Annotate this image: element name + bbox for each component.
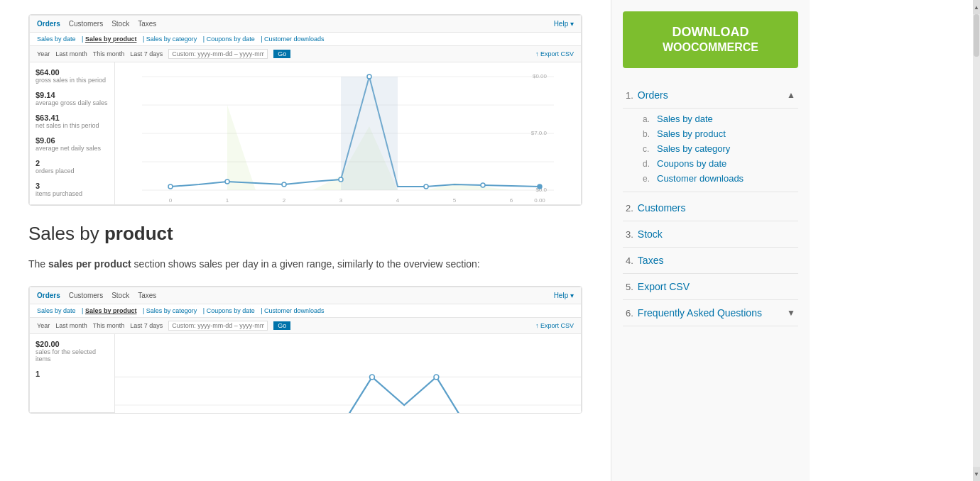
subnav-sales-by-date[interactable]: Sales by date bbox=[37, 35, 76, 43]
export-csv-button[interactable]: ↑ Export CSV bbox=[535, 50, 574, 57]
section-text: The sales per product section shows sale… bbox=[28, 256, 582, 272]
svg-text:0.00: 0.00 bbox=[534, 197, 545, 204]
tab-orders-2[interactable]: Orders bbox=[37, 292, 60, 299]
screenshot-1: Orders Customers Stock Taxes Help ▾ Sale… bbox=[28, 14, 582, 206]
report-tabs-2: Orders Customers Stock Taxes bbox=[37, 292, 156, 299]
toc-subitems-orders: a. Sales by date b. Sales by product c. … bbox=[623, 109, 798, 192]
svg-point-29 bbox=[370, 375, 375, 380]
toc-subitem-sales-by-date[interactable]: a. Sales by date bbox=[643, 111, 798, 126]
subnav2-sales-by-date[interactable]: Sales by date bbox=[37, 307, 76, 314]
stat-gross-sales: $64.00 gross sales in this period bbox=[36, 68, 109, 84]
svg-point-15 bbox=[424, 184, 428, 189]
filter-year[interactable]: Year bbox=[37, 50, 50, 57]
screenshot-2: Orders Customers Stock Taxes Help ▾ Sale… bbox=[28, 286, 582, 414]
svg-point-14 bbox=[367, 74, 371, 79]
help-button-2[interactable]: Help ▾ bbox=[554, 292, 574, 299]
stat-count: 1 bbox=[36, 370, 109, 378]
filter-this-month[interactable]: This month bbox=[93, 50, 125, 57]
report-stats: $64.00 gross sales in this period $9.14 … bbox=[30, 62, 115, 204]
scrollbar-up-arrow[interactable]: ▲ bbox=[973, 0, 980, 14]
download-woocommerce-button[interactable]: DOWNLOAD WOOCOMMERCE bbox=[623, 11, 798, 68]
toc-subitem-sales-by-category[interactable]: c. Sales by category bbox=[643, 141, 798, 156]
filter-this-month-2[interactable]: This month bbox=[93, 322, 125, 329]
subnav2-coupons-by-date[interactable]: Coupons by date bbox=[207, 307, 255, 314]
chart-svg-2 bbox=[115, 334, 581, 414]
stat-sales-selected: $20.00 sales for the selected items bbox=[36, 340, 109, 363]
filter-go-button-2[interactable]: Go bbox=[273, 321, 290, 330]
tab-orders[interactable]: Orders bbox=[37, 20, 60, 28]
subnav2-customer-downloads[interactable]: Customer downloads bbox=[264, 307, 325, 314]
svg-text:3: 3 bbox=[339, 197, 343, 204]
report-chart-1: $0.00 $7.0.0 $0.0 bbox=[115, 62, 581, 204]
toc-item-orders[interactable]: 1. Orders ▲ bbox=[623, 82, 798, 109]
toc-item-faq[interactable]: 6. Frequently Asked Questions ▼ bbox=[623, 300, 798, 326]
tab-taxes-2[interactable]: Taxes bbox=[138, 292, 156, 299]
svg-text:0: 0 bbox=[169, 197, 173, 204]
tab-customers-2[interactable]: Customers bbox=[69, 292, 103, 299]
filter-last-7-days[interactable]: Last 7 days bbox=[130, 50, 163, 57]
help-button[interactable]: Help ▾ bbox=[554, 20, 574, 28]
tab-customers[interactable]: Customers bbox=[69, 20, 103, 28]
stat-items: 3 items purchased bbox=[36, 182, 109, 197]
stat-refunded: $0.00 refunded 0 orders (0 items) bbox=[36, 204, 109, 206]
chart-svg-1: $0.00 $7.0.0 $0.0 bbox=[115, 62, 581, 204]
subnav-sales-by-category[interactable]: Sales by category bbox=[146, 35, 197, 43]
report-filters-2: Year Last month This month Last 7 days G… bbox=[30, 318, 581, 334]
stat-avg-gross-daily: $9.14 average gross daily sales bbox=[36, 91, 109, 106]
svg-point-30 bbox=[434, 375, 439, 380]
filter-date-range-2[interactable] bbox=[168, 321, 268, 331]
subnav-customer-downloads[interactable]: Customer downloads bbox=[264, 35, 325, 43]
chevron-faq-icon: ▼ bbox=[787, 308, 795, 318]
svg-text:4: 4 bbox=[396, 197, 400, 204]
filter-date-range[interactable] bbox=[168, 49, 268, 59]
export-csv-button-2[interactable]: ↑ Export CSV bbox=[535, 322, 574, 329]
tab-stock[interactable]: Stock bbox=[111, 20, 129, 28]
svg-point-13 bbox=[339, 177, 343, 182]
report-stats-2: $20.00 sales for the selected items 1 bbox=[30, 334, 115, 412]
table-of-contents: 1. Orders ▲ a. Sales by date b. Sales by… bbox=[623, 82, 798, 326]
toc-item-export-csv[interactable]: 5. Export CSV bbox=[623, 274, 798, 300]
filter-go-button[interactable]: Go bbox=[273, 50, 290, 58]
toc-item-customers[interactable]: 2. Customers bbox=[623, 195, 798, 221]
svg-point-12 bbox=[282, 182, 286, 187]
tab-stock-2[interactable]: Stock bbox=[111, 292, 129, 299]
report-tabs: Orders Customers Stock Taxes bbox=[37, 20, 156, 28]
svg-text:6: 6 bbox=[510, 197, 513, 204]
svg-point-11 bbox=[225, 179, 229, 184]
filter-year-2[interactable]: Year bbox=[37, 322, 50, 329]
filter-last-month[interactable]: Last month bbox=[55, 50, 87, 57]
toc-subitem-customer-downloads[interactable]: e. Customer downloads bbox=[643, 171, 798, 186]
svg-point-16 bbox=[481, 183, 485, 187]
chevron-orders-icon: ▲ bbox=[787, 90, 795, 100]
report-filters: Year Last month This month Last 7 days G… bbox=[30, 46, 581, 62]
svg-text:$0.00: $0.00 bbox=[533, 73, 548, 79]
toc-item-taxes[interactable]: 4. Taxes bbox=[623, 248, 798, 274]
stat-net-sales: $63.41 net sales in this period bbox=[36, 114, 109, 129]
subnav2-sales-by-product[interactable]: Sales by product bbox=[85, 307, 137, 314]
sidebar: DOWNLOAD WOOCOMMERCE 1. Orders ▲ bbox=[611, 0, 810, 481]
toc-item-stock[interactable]: 3. Stock bbox=[623, 221, 798, 248]
filter-last-7-days-2[interactable]: Last 7 days bbox=[130, 322, 163, 329]
toc-subitem-coupons-by-date[interactable]: d. Coupons by date bbox=[643, 156, 798, 171]
svg-point-10 bbox=[168, 184, 173, 189]
svg-text:$7.0.0: $7.0.0 bbox=[531, 130, 548, 136]
filter-last-month-2[interactable]: Last month bbox=[55, 322, 87, 329]
stat-avg-net-daily: $9.06 average net daily sales bbox=[36, 136, 109, 152]
scrollbar-down-arrow[interactable]: ▼ bbox=[973, 467, 980, 481]
svg-text:5: 5 bbox=[453, 197, 457, 204]
tab-taxes[interactable]: Taxes bbox=[138, 20, 156, 28]
main-content: Orders Customers Stock Taxes Help ▾ Sale… bbox=[0, 0, 611, 481]
subnav2-sales-by-category[interactable]: Sales by category bbox=[146, 307, 197, 314]
report-subnav: Sales by date | Sales by product | Sales… bbox=[30, 33, 581, 46]
subnav-coupons-by-date[interactable]: Coupons by date bbox=[207, 35, 255, 43]
svg-text:1: 1 bbox=[226, 197, 229, 204]
toc-subitem-sales-by-product[interactable]: b. Sales by product bbox=[643, 126, 798, 141]
svg-text:2: 2 bbox=[283, 197, 286, 204]
report-subnav-2: Sales by date | Sales by product | Sales… bbox=[30, 304, 581, 318]
toc-section-orders: 1. Orders ▲ a. Sales by date b. Sales by… bbox=[623, 82, 798, 192]
subnav-sales-by-product[interactable]: Sales by product bbox=[85, 35, 137, 43]
svg-point-17 bbox=[538, 184, 542, 189]
section-heading: Sales by product bbox=[28, 223, 582, 245]
svg-rect-9 bbox=[341, 77, 398, 190]
report-chart-2 bbox=[115, 334, 581, 414]
